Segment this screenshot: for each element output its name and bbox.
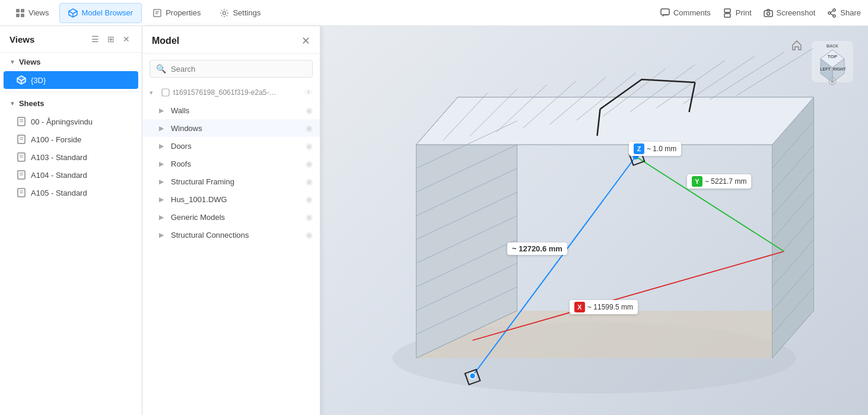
x-badge: X [574, 302, 585, 312]
sheet-icon-00 [17, 117, 26, 126]
sidebar-grid-view-button[interactable]: ⊞ [105, 33, 117, 45]
screenshot-label: Screenshot [777, 8, 816, 17]
comments-label: Comments [673, 8, 711, 17]
home-icon [791, 39, 803, 51]
svg-rect-3 [21, 14, 24, 17]
model-tree-item-hus-dwg[interactable]: ▶ Hus_1001.DWG ◉ [142, 190, 320, 208]
z-badge: Z [634, 143, 644, 154]
svg-rect-2 [16, 14, 20, 17]
camera-icon [764, 8, 773, 18]
sheet-icon-a105 [17, 188, 26, 197]
model-tree-item-generic-models[interactable]: ▶ Generic Models ◉ [142, 208, 320, 226]
model-tree-item-structural-framing[interactable]: ▶ Structural Framing ◉ [142, 173, 320, 190]
hus-dwg-eye-icon[interactable]: ◉ [306, 194, 313, 204]
sidebar-item-a103[interactable]: A103 - Standard [0, 148, 142, 166]
sidebar-item-a105[interactable]: A105 - Standard [0, 184, 142, 202]
model-tree-item-doors[interactable]: ▶ Doors ◉ [142, 137, 320, 155]
sheet-icon-a104 [17, 170, 26, 180]
gear-icon [220, 8, 229, 18]
structural-framing-eye-icon[interactable]: ◉ [306, 177, 313, 186]
sidebar-close-button[interactable]: ✕ [120, 33, 132, 45]
svg-rect-0 [16, 9, 20, 12]
root-eye-icon[interactable]: 👁 [304, 88, 313, 97]
search-icon: 🔍 [156, 64, 166, 74]
sidebar-section-sheets-header[interactable]: ▼ Sheets [0, 94, 142, 113]
svg-text:N: N [831, 80, 834, 84]
sidebar-item-3d[interactable]: {3D} [4, 71, 138, 89]
y-badge: Y [692, 176, 702, 187]
roofs-eye-icon[interactable]: ◉ [306, 159, 313, 168]
home-button[interactable] [791, 39, 803, 54]
model-tree-item-structural-connections[interactable]: ▶ Structural Connections ◉ [142, 226, 320, 244]
sidebar-list-view-button[interactable]: ☰ [89, 33, 101, 45]
comments-button[interactable]: Comments [660, 8, 711, 18]
generic-models-eye-icon[interactable]: ◉ [306, 212, 313, 222]
top-nav-actions: Comments Print Screenshot [660, 8, 861, 18]
model-tree-item-roofs[interactable]: ▶ Roofs ◉ [142, 155, 320, 173]
sidebar-item-00-label: 00 - Åpningsvindu [31, 117, 93, 126]
measure-label-y: Y ~ 5221.7 mm [687, 174, 751, 189]
model-panel-header: Model ✕ [142, 26, 320, 54]
x-measure-value: ~ 11599.5 mm [587, 303, 633, 311]
grid-icon [15, 8, 25, 18]
svg-line-54 [737, 48, 814, 95]
sidebar-section-sheets-label: Sheets [19, 99, 44, 108]
model-tree-item-windows[interactable]: ▶ Windows ◉ [142, 119, 320, 137]
viewport[interactable]: TOP RIGHT LEFT BACK N Z ~ 1.0 mm Y ~ 522… [320, 26, 868, 415]
left-sidebar: Views ☰ ⊞ ✕ ▼ Views {3D} [0, 26, 142, 415]
sidebar-item-00[interactable]: 00 - Åpningsvindu [0, 113, 142, 130]
tab-properties[interactable]: Properties [144, 3, 209, 23]
tab-views-label: Views [28, 8, 49, 17]
sidebar-item-a100[interactable]: A100 - Forside [0, 130, 142, 148]
sidebar-title: Views [9, 34, 34, 44]
sidebar-item-a100-label: A100 - Forside [31, 135, 81, 144]
doors-eye-icon[interactable]: ◉ [306, 141, 313, 151]
tab-views[interactable]: Views [7, 3, 57, 23]
roofs-chevron: ▶ [159, 160, 167, 168]
model-tree-structural-connections-label: Structural Connections [171, 231, 249, 240]
share-button[interactable]: Share [827, 8, 861, 18]
model-icon [68, 8, 78, 18]
structural-connections-chevron: ▶ [159, 231, 167, 239]
tab-settings[interactable]: Settings [211, 3, 269, 23]
model-tree-root[interactable]: ▾ t1691576198_6061f319-e2a5-48e... 👁 [142, 84, 320, 101]
model-panel-close-button[interactable]: ✕ [301, 34, 310, 47]
search-input[interactable] [171, 65, 306, 74]
windows-eye-icon[interactable]: ◉ [306, 123, 313, 133]
tab-model-browser[interactable]: Model Browser [59, 3, 142, 23]
top-navigation: Views Model Browser Properties Settings [0, 0, 868, 26]
svg-line-18 [831, 14, 833, 15]
views-chevron: ▼ [9, 59, 15, 65]
windows-chevron: ▶ [159, 124, 167, 132]
measure-label-x: X ~ 11599.5 mm [570, 300, 638, 314]
model-search[interactable]: 🔍 [150, 60, 313, 78]
share-label: Share [840, 8, 861, 17]
svg-marker-41 [416, 97, 814, 145]
svg-point-15 [828, 12, 831, 14]
model-panel: Model ✕ 🔍 ▾ t1691576198_6061f319-e2a5-48… [142, 26, 320, 415]
model-tree-item-walls[interactable]: ▶ Walls ◉ [142, 101, 320, 119]
sidebar-item-a104-label: A104 - Standard [31, 171, 87, 180]
model-panel-title: Model [152, 36, 179, 46]
print-button[interactable]: Print [723, 8, 752, 18]
model-tree-walls-label: Walls [171, 106, 189, 115]
tab-properties-label: Properties [166, 8, 201, 17]
structural-connections-eye-icon[interactable]: ◉ [306, 230, 313, 240]
sidebar-item-a104[interactable]: A104 - Standard [0, 166, 142, 184]
nav-cube[interactable]: TOP RIGHT LEFT BACK N [809, 38, 856, 85]
model-tree-windows-label: Windows [171, 124, 202, 133]
svg-text:TOP: TOP [828, 54, 838, 59]
svg-line-52 [683, 56, 755, 104]
measure-label-z: Z ~ 1.0 mm [629, 142, 681, 156]
svg-rect-9 [661, 9, 669, 15]
sidebar-header: Views ☰ ⊞ ✕ [0, 26, 142, 53]
screenshot-button[interactable]: Screenshot [764, 8, 816, 18]
sheet-icon-a100 [17, 135, 26, 144]
sidebar-section-views-header[interactable]: ▼ Views [0, 53, 142, 71]
walls-eye-icon[interactable]: ◉ [306, 106, 313, 115]
svg-text:BACK: BACK [826, 44, 838, 48]
nav-cube-svg: TOP RIGHT LEFT BACK N [809, 38, 856, 85]
y-measure-value: ~ 5221.7 mm [705, 177, 746, 186]
sheets-chevron: ▼ [9, 100, 15, 107]
svg-point-14 [833, 9, 835, 11]
